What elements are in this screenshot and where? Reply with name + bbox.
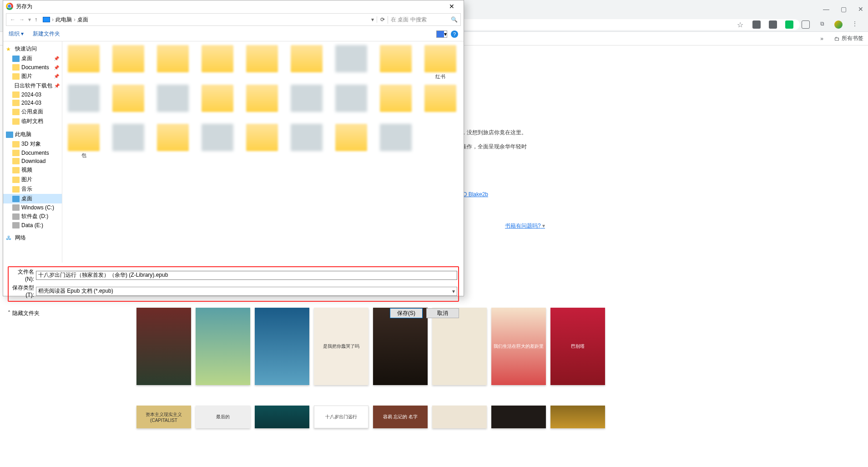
bookmark-more-icon[interactable]: » [820, 36, 823, 42]
file-item[interactable] [378, 45, 414, 80]
book-cover[interactable]: 最后的 [196, 406, 250, 428]
file-item[interactable]: 包 [66, 124, 101, 159]
file-item[interactable]: 红书 [423, 45, 458, 80]
tree-folder[interactable]: 临时文档 [3, 117, 62, 126]
tree-documents[interactable]: Documents📌 [3, 63, 62, 71]
file-list[interactable]: 红书 包 [62, 41, 464, 263]
hash-link[interactable]: D Blake2b [463, 191, 488, 198]
tree-quick-access[interactable]: ★快速访问 [3, 44, 62, 54]
book-cover[interactable] [255, 406, 309, 428]
all-bookmarks[interactable]: 🗀所有书签 [834, 35, 863, 42]
file-item[interactable] [244, 85, 280, 119]
save-button[interactable]: 保存(S) [390, 308, 423, 318]
bookmark-star-icon[interactable]: ☆ [736, 20, 744, 29]
file-item[interactable] [333, 85, 369, 119]
file-item[interactable] [244, 45, 280, 80]
help-icon[interactable]: ? [451, 30, 458, 38]
forward-icon[interactable]: → [19, 16, 25, 23]
extensions-icon[interactable]: ⧉ [818, 20, 826, 29]
book-cover[interactable]: 资本主义现实主义 (CAPITALIST [136, 406, 191, 428]
close-icon[interactable]: ✕ [443, 3, 461, 10]
breadcrumb[interactable]: › 此电脑 › 桌面 [41, 16, 368, 24]
recent-icon[interactable]: ▾ [28, 16, 31, 23]
file-item[interactable] [111, 45, 146, 80]
tree-desktop[interactable]: 桌面📌 [3, 54, 62, 63]
filetype-select[interactable]: 稻壳阅读器 Epub 文档 (*.epub) [36, 287, 457, 296]
profile-avatar[interactable] [834, 20, 843, 29]
tree-drive-e[interactable]: Data (E:) [3, 221, 62, 229]
filename-input[interactable] [36, 271, 457, 280]
minimize-icon[interactable]: — [823, 5, 829, 13]
tree-desktop-selected[interactable]: 桌面 [3, 194, 62, 203]
book-issue-link[interactable]: 书籍有问题吗? [505, 222, 545, 230]
file-item[interactable] [200, 124, 235, 159]
hide-folders-toggle[interactable]: ˄ 隐藏文件夹 [8, 310, 40, 317]
file-item[interactable] [155, 85, 191, 119]
tree-videos[interactable]: 视频 [3, 165, 62, 175]
tree-drive-d[interactable]: 软件盘 (D:) [3, 212, 62, 221]
maximize-icon[interactable]: ▢ [841, 5, 847, 13]
file-item[interactable] [289, 85, 324, 119]
file-item[interactable] [66, 45, 101, 80]
tree-drive-c[interactable]: Windows (C:) [3, 203, 62, 212]
book-cover[interactable]: 容易 忘记的 名字 [373, 406, 428, 428]
path-dropdown-icon[interactable]: ▾ [368, 16, 377, 23]
extension-icon[interactable] [752, 20, 761, 29]
new-folder-button[interactable]: 新建文件夹 [33, 30, 60, 38]
file-item[interactable] [289, 45, 324, 80]
file-item[interactable] [378, 124, 414, 159]
book-cover[interactable]: 十八岁出门远行 [314, 406, 368, 428]
file-item[interactable] [111, 85, 146, 119]
tree-folder[interactable]: 2024-03 [3, 99, 62, 107]
book-cover[interactable] [491, 406, 546, 428]
up-icon[interactable]: ↑ [35, 16, 37, 23]
close-window-icon[interactable]: ✕ [858, 5, 863, 13]
dialog-footer: ˄ 隐藏文件夹 保存(S) 取消 [3, 306, 464, 323]
tree-this-pc[interactable]: 此电脑 [3, 130, 62, 139]
menu-icon[interactable]: ⋮ [851, 20, 859, 29]
refresh-icon[interactable]: ⟳ [377, 16, 388, 23]
breadcrumb-item[interactable]: 桌面 [77, 16, 88, 24]
file-item[interactable] [200, 85, 235, 119]
file-item[interactable] [66, 85, 101, 119]
back-icon[interactable]: ← [10, 16, 15, 23]
file-item[interactable] [423, 85, 458, 119]
tree-folder[interactable]: 公用桌面 [3, 107, 62, 117]
folder-icon [12, 141, 20, 147]
file-item[interactable] [155, 124, 191, 159]
tree-documents[interactable]: Documents [3, 149, 62, 157]
tree-network[interactable]: 🖧网络 [3, 233, 62, 243]
star-icon: ★ [6, 46, 13, 52]
extension-icon[interactable] [769, 20, 777, 29]
organize-button[interactable]: 组织 ▾ [9, 30, 24, 38]
folder-icon [12, 73, 20, 80]
tree-music[interactable]: 音乐 [3, 184, 62, 194]
file-item[interactable] [155, 45, 191, 80]
file-item[interactable] [378, 85, 414, 119]
wechat-icon[interactable] [785, 20, 793, 29]
breadcrumb-item[interactable]: 此电脑 [56, 16, 72, 24]
file-item[interactable] [333, 124, 369, 159]
tree-pictures[interactable]: 图片📌 [3, 71, 62, 81]
tree-folder[interactable]: 2024-03 [3, 91, 62, 99]
tree-downloads-pkg[interactable]: 日出软件下载包📌 [3, 81, 62, 91]
search-input[interactable]: 在 桌面 中搜索 🔍 [388, 16, 460, 24]
tree-download[interactable]: Download [3, 157, 62, 165]
browser-toolbar-icons: ☆ ⧉ ⋮ [736, 20, 859, 29]
file-item[interactable] [333, 45, 369, 80]
book-cover[interactable] [432, 406, 487, 428]
file-item[interactable] [289, 124, 324, 159]
chrome-icon [6, 3, 13, 10]
book-cover[interactable]: 巴别塔 [550, 308, 605, 385]
camera-icon[interactable] [802, 20, 810, 29]
cancel-button[interactable]: 取消 [426, 308, 459, 318]
book-cover[interactable]: 我们生活在巨大的差距里 [491, 308, 546, 385]
dialog-bottom: 文件名(N): 保存类型(T): 稻壳阅读器 Epub 文档 (*.epub) [3, 263, 464, 302]
view-mode-button[interactable]: ▾ [436, 30, 447, 38]
file-item[interactable] [244, 124, 280, 159]
book-cover[interactable] [550, 406, 605, 428]
tree-pictures[interactable]: 图片 [3, 175, 62, 184]
tree-3d-objects[interactable]: 3D 对象 [3, 139, 62, 149]
file-item[interactable] [111, 124, 146, 159]
file-item[interactable] [200, 45, 235, 80]
